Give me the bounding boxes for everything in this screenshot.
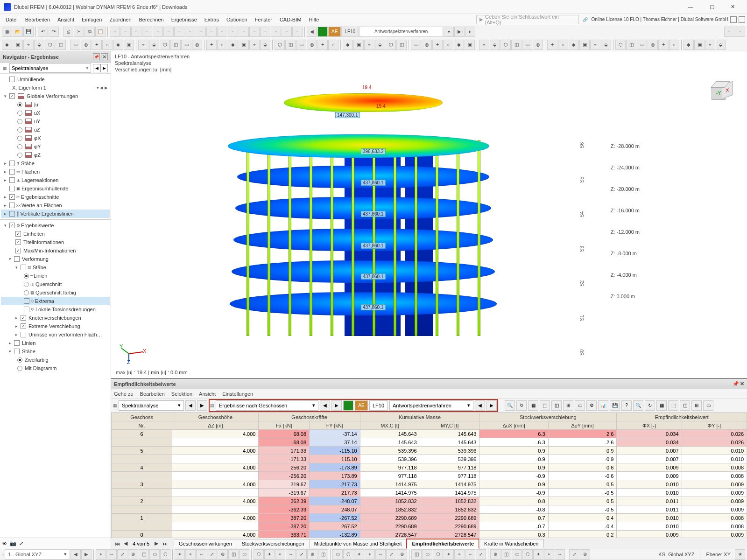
cs-tool[interactable]: ⤢ [476,549,486,560]
table-row[interactable]: 24.000362.39-248.071852.8321852.8320.80.… [112,497,747,505]
t2-umrisse[interactable]: ▸Umrisse von verformten Fläch… [1,330,110,339]
tb-open[interactable]: 📂 [13,27,23,37]
tree-ux[interactable]: uX [1,109,110,117]
viewport-3d[interactable]: for(let c=0;c<12;c++){let x=30+c*45;docu… [111,75,747,378]
cs-tool[interactable]: ▭ [422,549,432,560]
tb2-generic[interactable]: ✦ [92,40,102,50]
bp-tool[interactable]: ▭ [703,400,713,411]
tb-generic[interactable]: ▫ [282,27,292,37]
tb2-generic[interactable]: ✦ [206,40,217,50]
tb2-generic[interactable]: ⟐ [328,40,338,50]
cs-tool[interactable]: ↔ [555,549,565,560]
tb2-generic[interactable]: ▭ [522,40,532,50]
cs-tool[interactable]: ⬡ [343,549,353,560]
cs-tool[interactable]: ▭ [149,549,160,560]
menu-cadbim[interactable]: CAD-BIM [276,15,305,24]
tb2-generic[interactable]: ▣ [239,40,249,50]
tb2-generic[interactable]: ◍ [533,40,543,50]
table-row[interactable]: -171.33115.10539.396539.396-0.9-0.90.007… [112,455,747,463]
t2-knoten[interactable]: ▸Knotenverschiebungen [1,314,110,322]
tb2-generic[interactable]: ▭ [70,40,80,50]
tb2-generic[interactable]: ▣ [124,40,134,50]
tb2-generic[interactable]: ⬡ [386,40,396,50]
bp-tool[interactable]: ⊞ [691,400,702,411]
license-b-icon[interactable] [739,16,745,23]
license-a-icon[interactable] [730,16,737,23]
cs-tool[interactable]: ↔ [465,549,475,560]
tb-generic[interactable]: ▫ [163,27,174,37]
tb2-generic[interactable]: ▣ [353,40,364,50]
tree-phz[interactable]: φZ [1,151,110,159]
nav-next[interactable]: ▶ [100,64,108,72]
table-row[interactable]: -68.0837.14145.643145.643-6.3-2.60.0340.… [112,438,747,447]
tb2-generic[interactable]: ⬙ [490,40,500,50]
tree-u[interactable]: |u| [1,100,110,109]
bp-tool[interactable]: ▭ [575,400,585,411]
nav-close-icon[interactable]: ✕ [101,53,108,60]
cs-tool[interactable]: ◫ [411,549,422,560]
tb2-generic[interactable]: ⬡ [275,40,285,50]
tb-redo[interactable]: ↷ [49,27,59,37]
analysis-select[interactable]: Spektralanalyse▾ [9,63,91,73]
bp-prev3[interactable]: ◀ [475,400,485,411]
menu-zuordnen[interactable]: Zuordnen [106,15,135,24]
tb2-generic[interactable]: ◆ [343,40,353,50]
tree-uz[interactable]: uZ [1,126,110,134]
tb-generic[interactable]: ▫ [228,27,238,37]
table-row[interactable]: 34.000319.67-217.731414.9751414.9750.90.… [112,480,747,489]
cs-tool[interactable]: ◫ [318,549,328,560]
bp-next3[interactable]: ▶ [486,400,497,411]
tb2-generic[interactable]: ⬡ [615,40,626,50]
tree-ergschnitt[interactable]: ▸✂Ergebnisschnitte [1,193,110,201]
cs-tool[interactable]: ⬡ [160,549,170,560]
tb2-generic[interactable]: ⌖ [23,40,34,50]
cs-tool[interactable]: ⬡ [433,549,443,560]
menu-einfuegen[interactable]: Einfügen [78,15,106,24]
t2-extver[interactable]: ▸Extreme Verschiebung [1,322,110,330]
bpm-selektion[interactable]: Selektion [171,391,192,397]
cs-tool[interactable]: ▭ [239,549,249,560]
tb2-generic[interactable]: ◍ [422,40,432,50]
bp-ae-badge[interactable]: AE [355,400,368,411]
bp-tool[interactable]: 💾 [610,400,620,411]
bp-tool[interactable]: 🔍 [505,400,515,411]
tb-generic[interactable]: ▫ [110,27,120,37]
tb-generic[interactable]: ▫ [249,27,260,37]
tree-eigenform[interactable]: X, Eigenform 1▾ ◀ ▶ [1,84,110,92]
tb-generic[interactable]: ▫ [185,27,195,37]
t2-quer[interactable]: ◫Querschnitt [1,280,110,288]
tree-werte[interactable]: ▸xxWerte an Flächen [1,201,110,210]
tb2-generic[interactable]: ⌖ [249,40,260,50]
nav-prev[interactable]: ◀ [93,64,100,72]
tab-mittelpunkte[interactable]: Mittelpunkte von Masse und Steifigkeit [309,539,407,548]
tb-generic[interactable]: ▫ [239,27,249,37]
tb-copy[interactable]: ⧉ [85,27,95,37]
cs-next[interactable]: ▶ [81,549,92,560]
t2-titel[interactable]: Titelinformationen [1,238,110,246]
bp-tool[interactable]: ? [621,400,632,411]
tb2-generic[interactable]: ⟐ [102,40,113,50]
tb-generic[interactable]: ▫ [196,27,206,37]
menu-hilfe[interactable]: Hilfe [305,15,323,24]
table-row[interactable]: 54.000171.33-115.10539.396539.3960.90.90… [112,447,747,455]
tb-generic[interactable]: ▫ [217,27,227,37]
bp-next2[interactable]: ▶ [331,400,342,411]
bp-tool[interactable]: ↻ [645,400,655,411]
bp-prev2[interactable]: ◀ [320,400,330,411]
tb2-generic[interactable]: ⬙ [34,40,44,50]
cs-tool[interactable]: ⤢ [296,549,307,560]
menu-berechnen[interactable]: Berechnen [135,15,168,24]
tb2-generic[interactable]: ✦ [547,40,557,50]
bp-results-select[interactable]: Ergebnisse nach Geschossen▾ [216,400,318,411]
cs-tool[interactable]: ⌖ [185,549,196,560]
tb2-generic[interactable]: ⬡ [45,40,55,50]
tree-phy[interactable]: φY [1,142,110,151]
tb2-generic[interactable]: ⬡ [500,40,511,50]
tb2-generic[interactable]: ⌖ [364,40,374,50]
cs-tool[interactable]: ⌖ [275,549,285,560]
t2-root[interactable]: ▾⚙Ergebniswerte [1,221,110,230]
maximize-button[interactable]: ▢ [701,0,722,14]
menu-datei[interactable]: Datei [2,15,21,24]
bp-tool[interactable]: 🔍 [633,400,643,411]
t2-diagramm[interactable]: Mit Diagramm [1,364,110,372]
